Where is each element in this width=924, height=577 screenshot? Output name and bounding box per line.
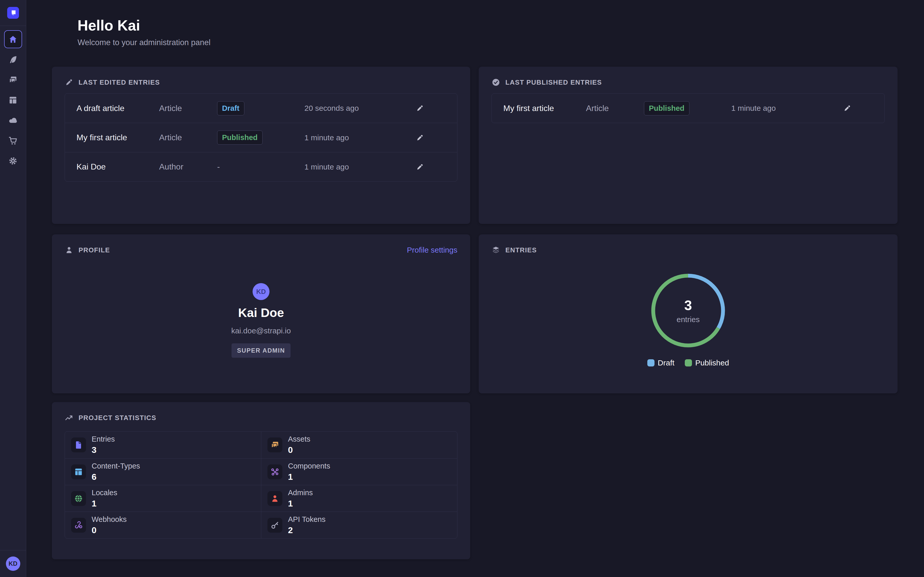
page-title: Hello Kai [78,17,140,34]
edit-entry-button[interactable] [414,161,426,172]
profile-body: KD Kai Doe kai.doe@strapi.io SUPER ADMIN [65,283,457,358]
stat-label: Webhooks [92,515,127,524]
last-published-table: My first article Article Published 1 min… [491,93,885,123]
stats-table: Entries 3 Assets 0 [65,431,457,538]
sidebar-item-cloud[interactable] [4,111,22,129]
status-empty: - [217,162,304,172]
stat-entries: Entries 3 [65,432,261,458]
chart-legend: Draft Published [647,358,729,367]
stat-label: Admins [288,488,313,497]
project-statistics-widget: PROJECT STATISTICS Entries 3 Ass [52,402,470,559]
legend-label: Draft [658,358,675,367]
sidebar-item-content-type-builder[interactable] [4,91,22,109]
sidebar-footer: KD [0,550,26,577]
stat-label: Components [288,462,330,470]
widget-title: LAST EDITED ENTRIES [79,79,160,86]
sidebar-nav [4,30,22,170]
donut-chart: 3 entries [648,271,728,350]
stat-value: 6 [92,472,140,482]
stat-label: Entries [92,435,115,443]
check-circle-icon [491,78,500,87]
sidebar-item-marketplace[interactable] [4,132,22,150]
webhook-icon [71,518,86,533]
stat-value: 1 [92,498,117,509]
profile-settings-link[interactable]: Profile settings [407,246,457,255]
user-icon [267,491,282,506]
logo-section [0,0,26,26]
stat-value: 2 [288,525,325,535]
sidebar-item-home[interactable] [4,30,22,48]
stat-api-tokens: API Tokens 2 [261,512,457,538]
pencil-icon [65,78,73,87]
stat-label: Content-Types [92,462,140,470]
stat-content-types: Content-Types 6 [65,458,261,485]
user-avatar[interactable]: KD [6,556,20,571]
table-row: My first article Article Published 1 min… [65,123,457,152]
stat-components: Components 1 [261,458,457,485]
entries-chart-area: 3 entries Draft Published [491,271,885,367]
stat-value: 1 [288,498,313,509]
table-row: My first article Article Published 1 min… [492,93,884,123]
widget-title: PROJECT STATISTICS [79,414,156,422]
stat-label: Locales [92,488,117,497]
entry-name: My first article [503,103,586,113]
strapi-logo[interactable] [7,7,19,19]
status-badge: Published [644,101,690,115]
home-icon [8,35,18,44]
entry-type: Article [586,103,644,113]
entry-updated-time: 1 minute ago [731,104,822,113]
edit-entry-button[interactable] [414,103,426,114]
widget-title: PROFILE [79,246,110,254]
key-icon [267,518,282,533]
donut-center: 3 entries [648,271,728,350]
edit-entry-button[interactable] [842,103,853,114]
status-badge: Published [217,131,263,145]
stat-label: API Tokens [288,515,325,524]
stat-locales: Locales 1 [65,485,261,512]
sidebar-item-media-library[interactable] [4,71,22,89]
entry-type: Article [159,133,217,142]
cart-icon [8,136,18,145]
entry-name: My first article [76,133,159,142]
puzzle-dots-icon [267,464,282,479]
entry-name: Kai Doe [76,162,159,172]
stat-value: 1 [288,472,330,482]
draft-swatch [647,359,654,366]
entry-name: A draft article [76,103,159,113]
profile-name: Kai Doe [238,306,284,320]
status-badge: Draft [217,101,244,115]
entries-count-label: entries [677,315,699,324]
feather-icon [8,55,18,64]
pencil-icon [416,134,424,142]
person-icon [65,246,73,255]
legend-label: Published [695,358,729,367]
stat-admins: Admins 1 [261,485,457,512]
sidebar: KD [0,0,26,577]
stat-value: 0 [92,525,127,535]
layout-icon [8,95,18,105]
published-swatch [685,359,692,366]
edit-entry-button[interactable] [414,132,426,143]
pencil-icon [416,104,424,112]
role-badge: SUPER ADMIN [231,343,291,358]
entry-type: Article [159,103,217,113]
table-row: A draft article Article Draft 20 seconds… [65,93,457,123]
avatar: KD [252,283,270,300]
legend-item-draft: Draft [647,358,675,367]
profile-email: kai.doe@strapi.io [231,326,291,335]
entries-widget: ENTRIES 3 entries Draft Published [479,234,898,393]
widget-header: PROFILE Profile settings [65,246,457,255]
images-icon [267,437,282,452]
stat-value: 0 [288,445,310,455]
sidebar-item-settings[interactable] [4,152,22,170]
stack-icon [491,246,500,255]
widget-header: LAST PUBLISHED ENTRIES [491,78,885,87]
widget-header: ENTRIES [491,246,885,255]
stat-webhooks: Webhooks 0 [65,512,261,538]
widget-title: LAST PUBLISHED ENTRIES [506,79,602,86]
strapi-logo-icon [9,9,17,17]
widget-header: PROJECT STATISTICS [65,413,457,422]
stat-assets: Assets 0 [261,432,457,458]
sidebar-item-content-manager[interactable] [4,50,22,68]
cloud-icon [8,116,18,125]
